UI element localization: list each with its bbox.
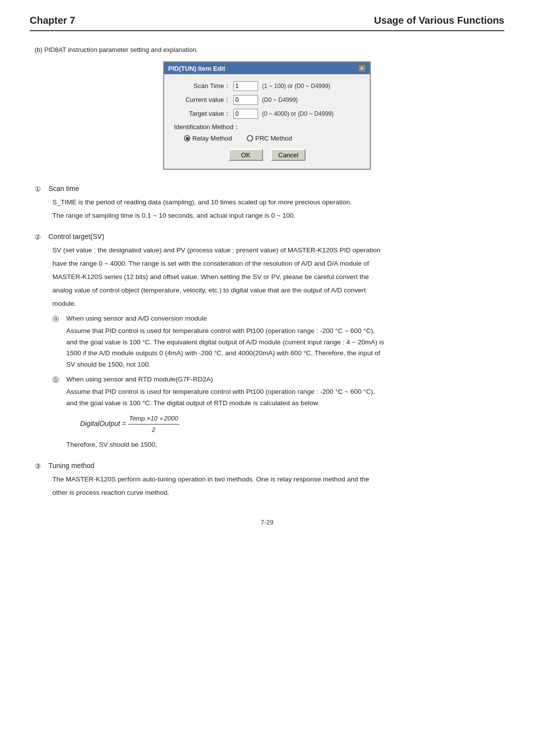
current-value-row: Current value： (D0 ~ D4999) — [174, 95, 360, 105]
section-2-subitem-1: ⓑWhen using sensor and RTD module(G7F-RD… — [52, 376, 504, 451]
page-number: 7-29 — [261, 519, 273, 526]
formula-fraction: Temp.×10＋20002 — [128, 413, 179, 435]
section-1-body: S_TIME is the period of reading data (sa… — [52, 197, 504, 222]
section-3-body: The MASTER-K120S perform auto-tuning ope… — [52, 474, 504, 499]
identification-label: Identification Method： — [174, 123, 360, 132]
section-2-body-line-2: MASTER-K120S series (12 bits) and offset… — [52, 272, 504, 283]
section-2-subitem-0-body-line-1: and the goal value is 100 °C. The equiva… — [66, 337, 504, 348]
section-2-subitem-1-header: ⓑWhen using sensor and RTD module(G7F-RD… — [52, 376, 504, 384]
section-2-body-line-3: analog value of control object (temperat… — [52, 285, 504, 296]
scan-time-label: Scan Time： — [174, 82, 233, 91]
intro-label: (b) PID8AT instruction parameter setting… — [35, 46, 504, 53]
section-1-number: ① — [35, 185, 48, 193]
section-2-title: Control target(SV) — [48, 233, 104, 240]
section-2-subitem-1-body-line-1: and the goal value is 100 °C. The digita… — [66, 398, 504, 409]
section-2-header: ②Control target(SV) — [35, 233, 504, 241]
section-2-subitem-0: ⓐWhen using sensor and A/D conversion mo… — [52, 315, 504, 371]
section-3-body-line-0: The MASTER-K120S perform auto-tuning ope… — [52, 474, 504, 485]
dialog-button-row: OK Cancel — [174, 149, 360, 161]
section-1-title: Scan time — [48, 185, 79, 192]
section-1-body-line-1: The range of sampling time is 0.1 ~ 10 s… — [52, 210, 504, 222]
section-1: ①Scan timeS_TIME is the period of readin… — [35, 185, 504, 222]
scan-time-hint: (1 ~ 100) or (D0 ~ D4999) — [262, 83, 330, 90]
target-value-hint: (0 ~ 4000) or (D0 ~ D4999) — [262, 110, 334, 117]
radio-group: Relay Method PRC Method — [184, 135, 360, 142]
current-value-input[interactable] — [233, 95, 258, 105]
section-2-subitem-1-body-line-0: Assume that PID control is used for temp… — [66, 386, 504, 398]
chapter-title: Chapter 7 — [30, 15, 75, 26]
section-2: ②Control target(SV)SV (set value : the d… — [35, 233, 504, 451]
relay-method-label: Relay Method — [192, 135, 232, 142]
section-2-body-line-4: module. — [52, 298, 504, 310]
dialog-close-button[interactable]: × — [358, 64, 366, 72]
formula-text: DigitalOutput = — [80, 420, 128, 427]
section-1-body-line-0: S_TIME is the period of reading data (sa… — [52, 197, 504, 208]
chapter-header: Chapter 7 Usage of Various Functions — [30, 15, 504, 31]
current-value-hint: (D0 ~ D4999) — [262, 96, 298, 103]
section-2-subitem-1-body: Assume that PID control is used for temp… — [66, 386, 504, 451]
formula-denominator: 2 — [151, 425, 156, 435]
scan-time-input[interactable] — [233, 81, 258, 91]
cancel-button[interactable]: Cancel — [271, 149, 306, 161]
page-footer: 7-29 — [30, 519, 504, 526]
relay-method-radio[interactable]: Relay Method — [184, 135, 232, 142]
section-2-subitem-0-body-line-2: 1500 if the A/D module outputs 0 (4mA) w… — [66, 348, 504, 359]
dialog-wrapper: PID(TUN) Item Edit × Scan Time： (1 ~ 100… — [30, 61, 504, 170]
section-3-body-line-1: other is process reaction curve method. — [52, 487, 504, 499]
section-3-header: ③Tuning method — [35, 462, 504, 470]
pid-dialog: PID(TUN) Item Edit × Scan Time： (1 ~ 100… — [163, 61, 371, 170]
section-3-number: ③ — [35, 462, 48, 470]
section-1-header: ①Scan time — [35, 185, 504, 193]
section-3-title: Tuning method — [48, 462, 94, 470]
relay-radio-button[interactable] — [184, 135, 190, 142]
section-2-subitem-0-body-line-3: SV should be 1500, not 100. — [66, 359, 504, 371]
section-2-subitem-0-body: Assume that PID control is used for temp… — [66, 326, 504, 371]
section-2-subitem-1-formula: DigitalOutput = Temp.×10＋20002 — [80, 413, 504, 435]
section-2-subitem-1-title: When using sensor and RTD module(G7F-RD2… — [66, 376, 213, 383]
current-value-label: Current value： — [174, 95, 233, 104]
prc-method-label: PRC Method — [255, 135, 292, 142]
dialog-body: Scan Time： (1 ~ 100) or (D0 ~ D4999) Cur… — [164, 74, 370, 169]
dialog-titlebar: PID(TUN) Item Edit × — [164, 62, 370, 74]
target-value-label: Target value： — [174, 109, 233, 118]
section-2-body-line-0: SV (set value : the designated value) an… — [52, 245, 504, 256]
dialog-title: PID(TUN) Item Edit — [168, 65, 225, 72]
section-2-subitem-1-label: ⓑ — [52, 376, 66, 384]
section-2-subitem-0-body-line-0: Assume that PID control is used for temp… — [66, 326, 504, 337]
section-2-subitem-0-title: When using sensor and A/D conversion mod… — [66, 315, 207, 322]
formula-numerator: Temp.×10＋2000 — [128, 413, 179, 425]
prc-method-radio[interactable]: PRC Method — [247, 135, 292, 142]
chapter-section-title: Usage of Various Functions — [374, 15, 504, 26]
prc-radio-button[interactable] — [247, 135, 253, 142]
formula-after-text: Therefore, SV should be 1500, — [66, 439, 504, 451]
section-3: ③Tuning methodThe MASTER-K120S perform a… — [35, 462, 504, 499]
section-2-body: SV (set value : the designated value) an… — [52, 245, 504, 310]
section-2-subitem-0-header: ⓐWhen using sensor and A/D conversion mo… — [52, 315, 504, 324]
scan-time-row: Scan Time： (1 ~ 100) or (D0 ~ D4999) — [174, 81, 360, 91]
ok-button[interactable]: OK — [228, 149, 263, 161]
section-2-number: ② — [35, 233, 48, 241]
section-2-body-line-1: have the range 0 ~ 4000. The range is se… — [52, 258, 504, 270]
section-2-subitem-0-label: ⓐ — [52, 315, 66, 324]
target-value-row: Target value： (0 ~ 4000) or (D0 ~ D4999) — [174, 109, 360, 119]
target-value-input[interactable] — [233, 109, 258, 119]
sections-container: ①Scan timeS_TIME is the period of readin… — [30, 185, 504, 499]
